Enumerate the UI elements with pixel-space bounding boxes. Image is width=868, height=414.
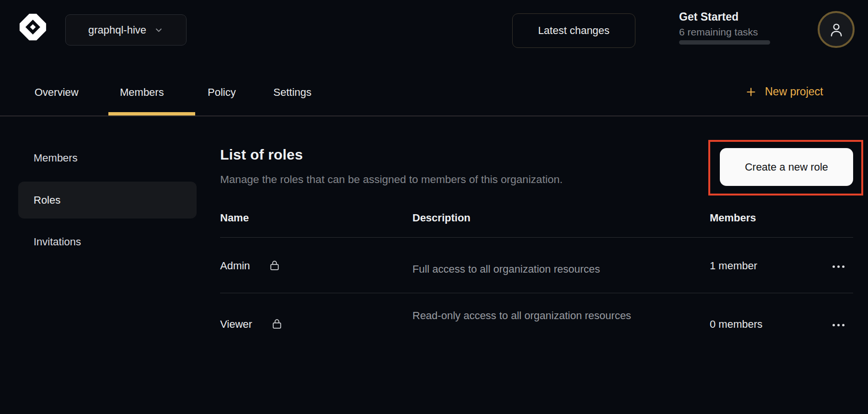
get-started-remaining-tasks: 6 remaining tasks xyxy=(679,26,758,38)
latest-changes-button[interactable]: Latest changes xyxy=(512,13,635,48)
chevron-down-icon xyxy=(154,25,164,35)
more-horizontal-icon xyxy=(833,265,835,268)
tabbar-divider xyxy=(0,115,868,116)
role-name: Admin xyxy=(220,260,250,272)
column-header-name: Name xyxy=(220,212,249,224)
create-new-role-label: Create a new role xyxy=(745,161,828,173)
get-started-progress-bar xyxy=(679,40,770,45)
user-avatar-button[interactable] xyxy=(818,11,855,48)
column-header-members: Members xyxy=(710,212,756,224)
get-started-title[interactable]: Get Started xyxy=(679,11,739,23)
plus-icon xyxy=(745,86,757,98)
role-member-count: 1 member xyxy=(710,260,757,272)
row-actions-button[interactable] xyxy=(831,264,846,270)
new-project-button[interactable]: New project xyxy=(745,85,823,98)
table-divider xyxy=(220,293,853,293)
latest-changes-label: Latest changes xyxy=(538,24,610,37)
sidebar-item-members[interactable]: Members xyxy=(34,152,78,164)
table-divider xyxy=(220,237,853,238)
tab-policy[interactable]: Policy xyxy=(208,86,236,99)
lock-icon xyxy=(271,317,283,330)
tab-members[interactable]: Members xyxy=(120,86,164,99)
lock-icon xyxy=(269,259,281,272)
organization-members-page: graphql-hive Latest changes Get Started … xyxy=(0,0,868,414)
column-header-description: Description xyxy=(412,212,470,224)
page-title: List of roles xyxy=(220,147,303,163)
active-tab-indicator xyxy=(108,112,195,115)
sidebar-roles-label: Roles xyxy=(34,194,60,207)
create-new-role-button[interactable]: Create a new role xyxy=(720,148,853,186)
row-actions-button[interactable] xyxy=(831,322,846,328)
more-horizontal-icon xyxy=(833,324,835,326)
tab-settings[interactable]: Settings xyxy=(273,86,312,99)
role-description: Read-only access to all organization res… xyxy=(412,306,638,325)
tab-overview[interactable]: Overview xyxy=(35,86,79,99)
sidebar-item-invitations[interactable]: Invitations xyxy=(34,236,81,248)
role-member-count: 0 members xyxy=(710,318,762,331)
organization-name: graphql-hive xyxy=(88,24,146,36)
sidebar-item-roles[interactable]: Roles xyxy=(18,182,197,218)
hive-logo-icon[interactable] xyxy=(17,11,49,43)
role-description: Full access to all organization resource… xyxy=(412,260,600,278)
organization-selector[interactable]: graphql-hive xyxy=(65,14,187,46)
role-name: Viewer xyxy=(220,318,252,331)
new-project-label: New project xyxy=(765,85,823,98)
user-icon xyxy=(828,21,845,38)
page-subtitle: Manage the roles that can be assigned to… xyxy=(220,173,563,186)
